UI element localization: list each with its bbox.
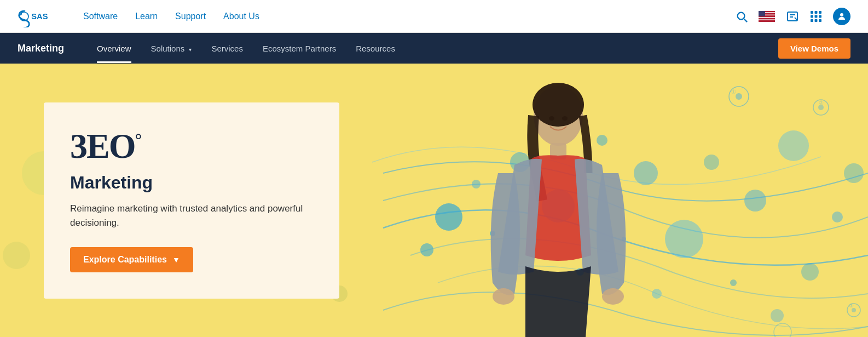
user-avatar — [833, 8, 850, 25]
svg-point-2 — [738, 12, 745, 19]
svg-point-35 — [665, 220, 703, 258]
nav-learn[interactable]: Learn — [135, 12, 158, 21]
svg-rect-19 — [819, 11, 821, 14]
svg-rect-21 — [815, 15, 818, 18]
svg-rect-20 — [811, 15, 813, 18]
secondary-navigation: Marketing Overview Solutions ▾ Services … — [0, 33, 868, 64]
svg-point-49 — [3, 242, 30, 269]
sec-nav-solutions[interactable]: Solutions ▾ — [151, 34, 192, 63]
svg-point-46 — [730, 279, 737, 286]
top-nav-icons — [736, 8, 850, 25]
hero-title: Marketing — [70, 173, 306, 193]
svg-point-40 — [832, 212, 843, 222]
svg-line-3 — [744, 19, 748, 22]
svg-point-38 — [778, 130, 809, 161]
svg-point-36 — [704, 155, 719, 170]
nav-support[interactable]: Support — [175, 12, 206, 21]
svg-point-62 — [533, 83, 584, 127]
svg-point-37 — [744, 190, 766, 212]
svg-point-34 — [634, 161, 658, 185]
country-selector[interactable] — [759, 11, 775, 22]
svg-text:SAS: SAS — [31, 12, 48, 20]
svg-rect-11 — [759, 19, 775, 20]
top-nav-links: Software Learn Support About Us — [83, 12, 736, 21]
svg-point-66 — [549, 116, 554, 121]
nav-software[interactable]: Software — [83, 12, 118, 21]
svg-text:②: ② — [819, 100, 824, 106]
svg-rect-24 — [815, 19, 818, 22]
section-title: Marketing — [18, 43, 64, 54]
contact-button[interactable] — [786, 10, 799, 23]
hero-card: 3EO° Marketing Reimagine marketing with … — [44, 102, 339, 299]
hero-subtitle: Reimagine marketing with trusted analyti… — [70, 202, 306, 230]
svg-rect-22 — [819, 15, 821, 18]
user-account-button[interactable] — [833, 8, 850, 25]
apps-button[interactable] — [810, 10, 822, 22]
svg-point-67 — [562, 116, 568, 121]
svg-point-33 — [597, 135, 607, 146]
svg-point-26 — [840, 13, 843, 16]
svg-rect-18 — [815, 11, 818, 14]
svg-rect-12 — [759, 20, 775, 21]
svg-point-28 — [435, 203, 462, 231]
svg-rect-9 — [759, 17, 775, 18]
sec-nav-services[interactable]: Services — [211, 34, 243, 63]
search-button[interactable] — [736, 10, 748, 22]
svg-point-39 — [801, 263, 819, 281]
top-navigation: SAS Software Learn Support About Us — [0, 0, 868, 33]
explore-capabilities-button[interactable]: Explore Capabilities ▼ — [70, 247, 193, 272]
dropdown-chevron-icon: ▼ — [172, 255, 180, 264]
svg-rect-23 — [811, 19, 813, 22]
logo-area[interactable]: SAS — [18, 5, 61, 27]
svg-point-47 — [771, 309, 784, 322]
secondary-nav-links: Overview Solutions ▾ Services Ecosystem … — [97, 34, 778, 63]
view-demos-button[interactable]: View Demos — [778, 38, 850, 59]
user-icon — [837, 12, 847, 21]
svg-point-30 — [472, 180, 481, 189]
sec-nav-ecosystem[interactable]: Ecosystem Partners — [263, 34, 336, 63]
svg-point-41 — [844, 163, 864, 183]
svg-rect-25 — [819, 19, 821, 22]
svg-rect-13 — [759, 11, 765, 16]
svg-point-52 — [736, 93, 742, 100]
svg-rect-10 — [759, 18, 775, 19]
svg-point-65 — [602, 288, 624, 305]
svg-point-64 — [493, 288, 514, 305]
svg-text:①: ① — [731, 89, 736, 95]
svg-point-45 — [652, 289, 662, 299]
hero-badge: 3EO° — [70, 129, 306, 164]
contact-icon — [786, 10, 799, 23]
nav-about-us[interactable]: About Us — [223, 12, 259, 21]
search-icon — [736, 10, 748, 22]
dropdown-arrow-icon: ▾ — [189, 47, 192, 53]
hero-section: ① ② ③ 3EO° Marketing Reimagine — [0, 64, 868, 337]
svg-rect-17 — [811, 11, 813, 14]
svg-point-56 — [852, 308, 856, 312]
sas-logo[interactable]: SAS — [18, 5, 61, 27]
svg-text:③: ③ — [849, 302, 854, 309]
sec-nav-overview[interactable]: Overview — [97, 34, 131, 63]
svg-point-29 — [420, 243, 433, 256]
sec-nav-resources[interactable]: Resources — [356, 34, 395, 63]
apps-grid-icon — [810, 10, 822, 22]
us-flag-icon — [759, 11, 775, 22]
